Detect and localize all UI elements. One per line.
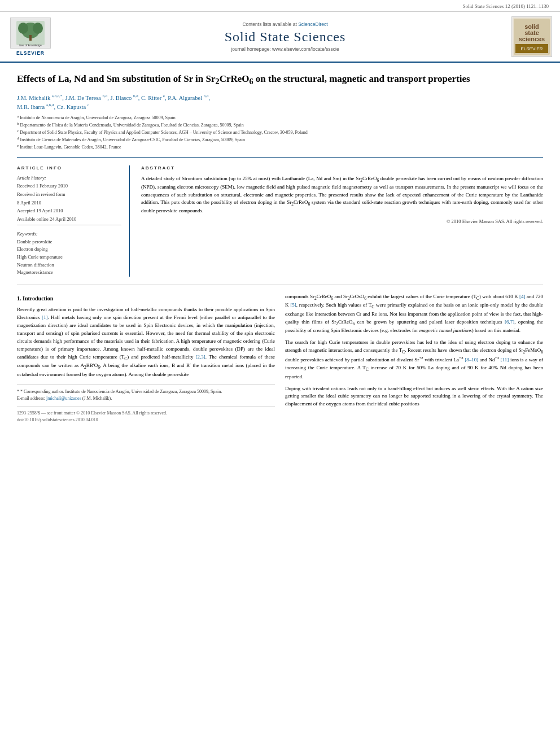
accepted-date: Accepted 19 April 2010	[17, 207, 121, 215]
keywords-section: Keywords: Double perovskite Electron dop…	[17, 231, 121, 277]
body-col-right: compounds Sr2CrReO6 and Sr2CrOsO6 exhibi…	[285, 293, 543, 424]
history-label: Article history:	[17, 175, 121, 181]
divider-1	[17, 225, 121, 225]
copyright: © 2010 Elsevier Masson SAS. All rights r…	[141, 219, 543, 224]
svg-point-4	[18, 23, 28, 34]
section1-title: 1. Introduction	[17, 294, 275, 303]
keyword-3: High Curie temperature	[17, 254, 121, 261]
page-wrapper: Solid State Sciences 12 (2010) 1121–1130…	[0, 0, 560, 423]
footer-bar: 1293-2558/$ — see front matter © 2010 El…	[17, 407, 275, 424]
elsevier-text: ELSEVIER	[16, 50, 45, 56]
affiliation-b: b Departamento de Física de la Materia C…	[17, 122, 543, 129]
sciencedirect-link[interactable]: ScienceDirect	[298, 21, 327, 27]
authors: J.M. Michalik a,b,c,*, J.M. De Teresa b,…	[17, 93, 543, 112]
journal-header: tree of knowledge ELSEVIER Contents list…	[0, 12, 560, 63]
affiliation-a: a Instituto de Nanociencia de Aragón, Un…	[17, 115, 543, 121]
received-date: Received 1 February 2010	[17, 182, 121, 190]
abstract-col: ABSTRACT A detailed study of Strontium s…	[141, 165, 543, 277]
keyword-2: Electron doping	[17, 246, 121, 254]
article-title: Effects of La, Nd and Sm substitution of…	[17, 73, 543, 88]
revised-label: Received in revised form	[17, 191, 121, 198]
journal-homepage: journal homepage: www.elsevier.com/locat…	[59, 46, 511, 52]
affiliation-e: e Institut Laue-Langevin, Grenoble Cedex…	[17, 144, 543, 151]
body-para-r3: Doping with trivalent cations leads not …	[285, 385, 543, 409]
body-para-r1: compounds Sr2CrReO6 and Sr2CrOsO6 exhibi…	[285, 293, 543, 335]
journal-right-logo: solid state sciences ELSEVIER	[511, 16, 552, 57]
contents-line: Contents lists available at ScienceDirec…	[59, 21, 511, 27]
main-content: Effects of La, Nd and Sm substitution of…	[0, 63, 560, 423]
article-info-heading: ARTICLE INFO	[17, 165, 121, 171]
affiliations: a Instituto de Nanociencia de Aragón, Un…	[17, 115, 543, 151]
body-section: 1. Introduction Recently great attention…	[17, 285, 543, 424]
body-para-r2: The search for high Curie temperatures i…	[285, 339, 543, 381]
affiliation-c: c Department of Solid State Physics, Fac…	[17, 129, 543, 136]
article-info-col: ARTICLE INFO Article history: Received 1…	[17, 165, 130, 277]
body-para-1: Recently great attention is paid to the …	[17, 306, 275, 378]
revised-date: 8 April 2010	[17, 199, 121, 207]
svg-point-5	[33, 23, 43, 34]
svg-text:sciences: sciences	[519, 36, 545, 42]
keyword-4: Neutron diffraction	[17, 261, 121, 269]
footnote-email: E-mail address: jmichali@unizar.es (J.M.…	[17, 395, 275, 402]
keyword-5: Magnetoresistance	[17, 269, 121, 277]
journal-top-bar: Solid State Sciences 12 (2010) 1121–1130	[0, 0, 560, 12]
abstract-text: A detailed study of Strontium substituti…	[141, 175, 543, 215]
elsevier-logo-area: tree of knowledge ELSEVIER	[8, 18, 53, 56]
abstract-heading: ABSTRACT	[141, 165, 543, 171]
body-col-left: 1. Introduction Recently great attention…	[17, 293, 275, 424]
journal-citation: Solid State Sciences 12 (2010) 1121–1130	[462, 3, 549, 9]
affiliation-d: d Instituto de Ciencia de Materiales de …	[17, 137, 543, 143]
available-date: Available online 24 April 2010	[17, 216, 121, 223]
journal-header-center: Contents lists available at ScienceDirec…	[59, 21, 511, 52]
footnote-star: * * Corresponding author. Instituto de N…	[17, 388, 275, 395]
doi-line: doi:10.1016/j.solidstatesciences.2010.04…	[17, 417, 275, 423]
issn-line: 1293-2558/$ — see front matter © 2010 El…	[17, 410, 275, 417]
keywords-label: Keywords:	[17, 231, 121, 237]
svg-rect-3	[29, 35, 32, 41]
svg-text:ELSEVIER: ELSEVIER	[520, 46, 542, 51]
info-abstract-section: ARTICLE INFO Article history: Received 1…	[17, 158, 543, 285]
journal-title-main: Solid State Sciences	[59, 29, 511, 45]
email-link[interactable]: jmichali@unizar.es	[46, 396, 81, 401]
svg-text:tree of knowledge: tree of knowledge	[19, 43, 42, 47]
elsevier-tree-logo: tree of knowledge	[10, 18, 51, 49]
article-title-section: Effects of La, Nd and Sm substitution of…	[17, 63, 543, 158]
elsevier-svg-logo: tree of knowledge	[11, 18, 50, 48]
footnote-area: * * Corresponding author. Instituto de N…	[17, 385, 275, 402]
sss-logo-svg: solid state sciences ELSEVIER	[513, 18, 551, 56]
keyword-1: Double perovskite	[17, 238, 121, 246]
